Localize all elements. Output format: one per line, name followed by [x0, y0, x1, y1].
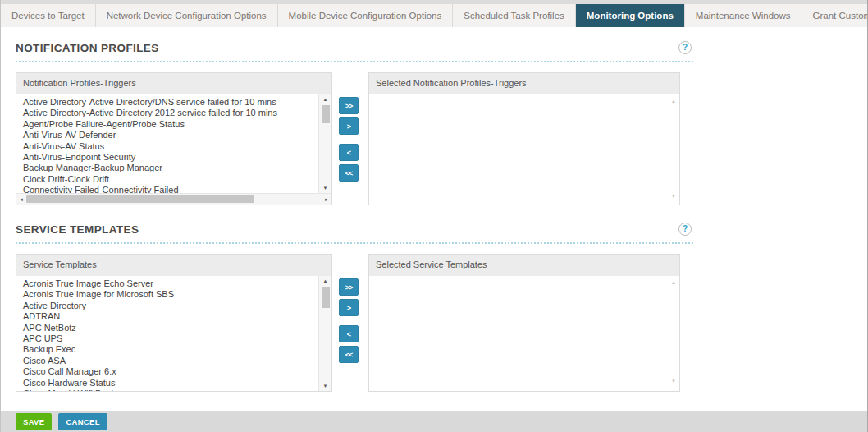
scroll-up-icon[interactable]: ▲: [319, 276, 331, 286]
section-divider: [16, 61, 693, 62]
available-triggers-list: Active Directory-Active Directory/DNS se…: [16, 94, 318, 193]
tab[interactable]: Scheduled Task Profiles: [452, 4, 575, 27]
tab[interactable]: Monitoring Options: [575, 4, 684, 27]
scrollbar-thumb[interactable]: [322, 105, 330, 123]
scroll-up-icon: ▲: [671, 99, 676, 103]
list-item[interactable]: ADTRAN: [23, 311, 318, 322]
scroll-up-icon: ▲: [671, 280, 676, 285]
scroll-left-icon[interactable]: ◄: [16, 197, 26, 202]
list-item[interactable]: Cisco Hardware Status: [23, 378, 318, 388]
save-button[interactable]: SAVE: [16, 413, 52, 430]
list-item[interactable]: Active Directory-Active Directory 2012 s…: [23, 108, 318, 118]
move-right-button[interactable]: >: [339, 117, 359, 135]
list-item[interactable]: Agent/Probe Failure-Agent/Probe Status: [23, 119, 318, 130]
list-item[interactable]: Anti-Virus-AV Status: [23, 141, 318, 152]
list-item[interactable]: Acronis True Image for Microsoft SBS: [23, 289, 318, 300]
list-item[interactable]: Clock Drift-Clock Drift: [23, 174, 318, 185]
section-title: NOTIFICATION PROFILES: [16, 42, 159, 54]
selected-templates-list: ▲ ▼: [369, 276, 679, 388]
list-item[interactable]: Backup Exec: [23, 344, 318, 355]
list-item[interactable]: APC NetBotz: [23, 323, 318, 333]
available-templates-header: Service Templates: [16, 255, 331, 276]
list-item[interactable]: Anti-Virus-Endpoint Security: [23, 152, 318, 163]
tab[interactable]: Devices to Target: [1, 4, 95, 27]
move-all-right-button[interactable]: >>: [339, 278, 359, 296]
tab[interactable]: Grant Customers & Sites Access: [802, 4, 868, 27]
scroll-down-icon[interactable]: ▼: [319, 381, 331, 391]
scroll-right-icon[interactable]: ►: [322, 197, 331, 202]
move-right-button[interactable]: >: [339, 299, 359, 316]
cancel-button[interactable]: CANCEL: [58, 413, 107, 430]
scrollbar-thumb[interactable]: [26, 195, 254, 203]
tab[interactable]: Mobile Device Configuration Options: [277, 4, 453, 27]
list-item[interactable]: Cisco Call Manager 6.x: [23, 366, 318, 377]
selected-triggers-panel: Selected Notification Profiles-Triggers …: [368, 72, 680, 205]
help-icon[interactable]: ?: [678, 223, 692, 236]
transfer-buttons: >> > < <<: [339, 97, 359, 205]
section-divider: [16, 242, 693, 244]
selected-triggers-list: ▲ ▼: [369, 94, 679, 203]
list-item[interactable]: Backup Manager-Backup Manager: [23, 163, 318, 173]
move-all-left-button[interactable]: <<: [339, 346, 359, 363]
list-item[interactable]: Cisco Meraki Wifi Devices: [23, 388, 318, 391]
list-item[interactable]: Cisco ASA: [23, 356, 318, 366]
list-item[interactable]: Acronis True Image Echo Server: [23, 278, 318, 289]
horizontal-scrollbar: ◄ ►: [16, 193, 331, 205]
scroll-down-icon: ▼: [671, 194, 676, 199]
notification-profiles-section: NOTIFICATION PROFILES ? Notification Pro…: [16, 40, 693, 205]
main-content: NOTIFICATION PROFILES ? Notification Pro…: [1, 40, 867, 392]
scroll-down-icon[interactable]: ▼: [319, 183, 331, 193]
scrollbar-thumb[interactable]: [322, 287, 330, 308]
available-triggers-header: Notification Profiles-Triggers: [16, 73, 331, 94]
tab-bar: Devices to TargetNetwork Device Configur…: [1, 4, 867, 27]
selected-triggers-header: Selected Notification Profiles-Triggers: [369, 73, 679, 94]
scroll-up-icon[interactable]: ▲: [319, 94, 331, 104]
available-templates-panel: Service Templates Acronis True Image Ech…: [16, 254, 332, 392]
footer-bar: SAVE CANCEL: [1, 411, 867, 432]
move-left-button[interactable]: <: [339, 325, 359, 342]
selected-templates-header: Selected Service Templates: [369, 255, 679, 276]
selected-templates-panel: Selected Service Templates ▲ ▼: [368, 254, 680, 392]
move-all-right-button[interactable]: >>: [339, 97, 359, 114]
vertical-scrollbar: ▲ ▼: [318, 94, 331, 193]
tab[interactable]: Maintenance Windows: [684, 4, 802, 27]
scroll-down-icon: ▼: [671, 379, 676, 384]
transfer-buttons: >> > < <<: [339, 278, 359, 392]
service-templates-section: SERVICE TEMPLATES ? Service Templates Ac…: [16, 222, 693, 392]
available-templates-list: Acronis True Image Echo ServerAcronis Tr…: [16, 276, 318, 391]
list-item[interactable]: Active Directory: [23, 301, 318, 311]
available-triggers-panel: Notification Profiles-Triggers Active Di…: [16, 72, 332, 205]
list-item[interactable]: Active Directory-Active Directory/DNS se…: [23, 97, 318, 108]
help-icon[interactable]: ?: [678, 41, 692, 54]
list-item[interactable]: Anti-Virus-AV Defender: [23, 130, 318, 140]
tab[interactable]: Network Device Configuration Options: [95, 4, 277, 27]
move-all-left-button[interactable]: <<: [339, 164, 359, 182]
vertical-scrollbar: ▲ ▼: [318, 276, 331, 391]
section-title: SERVICE TEMPLATES: [16, 223, 139, 236]
list-item[interactable]: Connectivity Failed-Connectivity Failed: [23, 185, 318, 193]
list-item[interactable]: APC UPS: [23, 333, 318, 344]
move-left-button[interactable]: <: [339, 144, 359, 161]
